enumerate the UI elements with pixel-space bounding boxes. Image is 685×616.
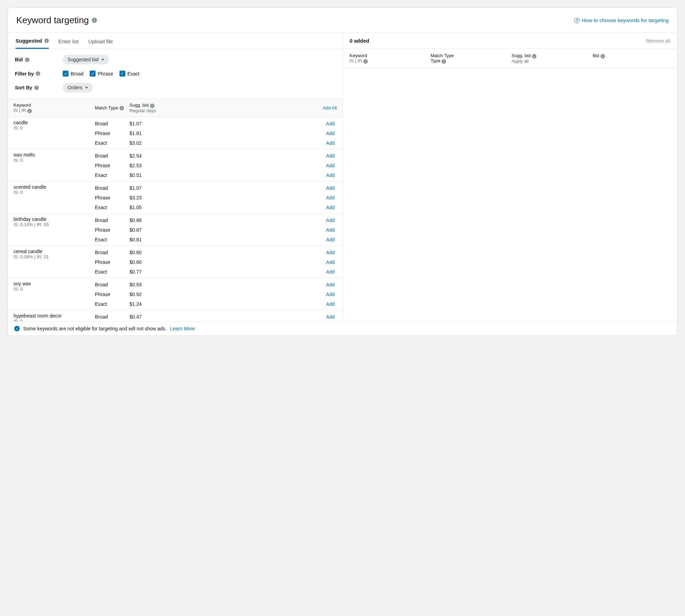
add-cell: Add xyxy=(168,204,337,211)
tab-suggested[interactable]: Suggestedi xyxy=(16,33,49,49)
info-icon[interactable]: i xyxy=(34,86,39,90)
bid-select[interactable]: Suggested bid xyxy=(63,55,109,64)
bid-value: $1.81 xyxy=(130,130,168,137)
add-button[interactable]: Add xyxy=(326,314,335,320)
tab-label: Suggested xyxy=(16,38,42,44)
info-icon[interactable]: i xyxy=(150,104,154,108)
sort-label-text: Sort By xyxy=(15,85,32,90)
info-icon[interactable]: i xyxy=(442,59,446,64)
add-cell: Add xyxy=(168,216,337,224)
bid-value: $0.93 xyxy=(130,281,168,288)
add-button[interactable]: Add xyxy=(326,269,335,275)
info-icon[interactable]: i xyxy=(119,106,124,110)
match-line: Phrase$0.60Add xyxy=(95,258,337,266)
match-type-value: Exact xyxy=(95,204,130,211)
add-button[interactable]: Add xyxy=(326,292,335,297)
col-sugg-sub: Regular days xyxy=(130,108,168,113)
info-icon[interactable]: i xyxy=(601,54,605,59)
filter-phrase[interactable]: ✓Phrase xyxy=(90,71,113,77)
match-line: Exact$1.24Add xyxy=(95,300,337,308)
add-button[interactable]: Add xyxy=(326,237,335,242)
add-button[interactable]: Add xyxy=(326,227,335,233)
apply-all-button[interactable]: Apply all xyxy=(511,59,589,64)
chevron-down-icon xyxy=(85,87,88,89)
info-icon[interactable]: i xyxy=(44,38,49,43)
add-cell: Add xyxy=(168,152,337,160)
tab-upload-file[interactable]: Upload file xyxy=(88,34,113,48)
sort-select[interactable]: Orders xyxy=(63,83,93,92)
left-table-header: Keyword IS | IR i Match Type i Sugg. bid… xyxy=(8,99,342,117)
filter-broad[interactable]: ✓Broad xyxy=(63,71,83,77)
match-type-value: Exact xyxy=(95,268,130,276)
match-type-value: Exact xyxy=(95,171,130,179)
info-icon[interactable]: i xyxy=(27,109,32,113)
keyword-cell: candleIS: 0 xyxy=(14,120,95,131)
add-button[interactable]: Add xyxy=(326,172,335,178)
info-icon: i xyxy=(14,326,20,331)
rcol-sugg-bid-text: Sugg. bid xyxy=(511,53,531,58)
remove-all-button[interactable]: Remove all xyxy=(646,38,670,44)
match-type-value: Broad xyxy=(95,313,130,321)
match-rows: Broad$0.60AddPhrase$0.60AddExact$0.77Add xyxy=(95,249,337,277)
keyword-cell: birthday candleIS: 0.14% | IR: 55 xyxy=(14,216,95,227)
footer-text: Some keywords are not eligible for targe… xyxy=(23,326,167,331)
rcol-keyword-sub-text: IS | IR xyxy=(350,58,362,63)
info-icon[interactable]: i xyxy=(363,59,368,64)
add-button[interactable]: Add xyxy=(326,195,335,200)
help-link-text: How to choose keywords for targeting xyxy=(582,17,669,23)
info-icon[interactable]: i xyxy=(36,71,40,76)
bid-value: $0.51 xyxy=(130,171,168,179)
rcol-keyword-sub: IS | IR i xyxy=(350,58,427,64)
added-count: 0 added xyxy=(350,38,370,44)
two-column-layout: SuggestediEnter listUpload file Bid i Su… xyxy=(8,33,677,321)
checkbox-icon: ✓ xyxy=(119,71,125,77)
add-button[interactable]: Add xyxy=(326,121,335,126)
add-cell: Add xyxy=(168,194,337,202)
add-all-button[interactable]: Add All xyxy=(323,105,337,110)
learn-more-link[interactable]: Learn More xyxy=(170,326,195,331)
add-button[interactable]: Add xyxy=(326,153,335,159)
rcol-match-type-text: Match Type xyxy=(430,53,454,58)
info-icon[interactable]: i xyxy=(25,57,29,62)
match-type-value: Phrase xyxy=(95,226,130,234)
add-button[interactable]: Add xyxy=(326,205,335,210)
bid-value: $1.05 xyxy=(130,204,168,211)
bid-row: Bid i Suggested bid xyxy=(15,55,336,64)
add-cell: Add xyxy=(168,162,337,169)
add-button[interactable]: Add xyxy=(326,282,335,287)
controls: Bid i Suggested bid Filter by i ✓Broad✓P… xyxy=(8,49,342,99)
bid-value: $1.07 xyxy=(130,184,168,192)
match-line: Broad$0.47Add xyxy=(95,313,337,321)
bid-value: $1.24 xyxy=(130,300,168,308)
info-icon[interactable]: i xyxy=(92,18,97,23)
match-type-value: Broad xyxy=(95,184,130,192)
tab-enter-list[interactable]: Enter list xyxy=(59,34,79,48)
help-link[interactable]: ? How to choose keywords for targeting xyxy=(574,17,669,23)
keyword-list[interactable]: candleIS: 0Broad$1.07AddPhrase$1.81AddEx… xyxy=(8,117,342,321)
match-line: Phrase$2.53Add xyxy=(95,162,337,169)
add-button[interactable]: Add xyxy=(326,250,335,255)
bid-value: $0.88 xyxy=(130,216,168,224)
add-button[interactable]: Add xyxy=(326,259,335,265)
match-rows: Broad$0.93AddPhrase$0.92AddExact$1.24Add xyxy=(95,281,337,309)
keyword-meta: IS: 0 xyxy=(14,158,95,163)
add-button[interactable]: Add xyxy=(326,301,335,307)
add-button[interactable]: Add xyxy=(326,140,335,146)
add-button[interactable]: Add xyxy=(326,131,335,136)
filter-row: Filter by i ✓Broad✓Phrase✓Exact xyxy=(15,71,336,77)
add-button[interactable]: Add xyxy=(326,163,335,168)
col-keyword-text: Keyword xyxy=(14,102,95,108)
info-icon[interactable]: i xyxy=(532,54,536,59)
match-line: Exact$1.05Add xyxy=(95,204,337,211)
add-button[interactable]: Add xyxy=(326,217,335,223)
add-button[interactable]: Add xyxy=(326,185,335,191)
keyword-row: wax meltsIS: 0Broad$2.54AddPhrase$2.53Ad… xyxy=(8,149,342,181)
keyword-cell: wax meltsIS: 0 xyxy=(14,152,95,163)
add-cell: Add xyxy=(168,249,337,256)
match-line: Phrase$0.92Add xyxy=(95,291,337,298)
right-pane: 0 added Remove all Keyword IS | IR i Mat… xyxy=(343,33,677,321)
tabs: SuggestediEnter listUpload file xyxy=(8,33,342,49)
match-rows: Broad$0.47AddPhrase$0.47AddExact$0.35Add xyxy=(95,313,337,321)
filter-exact[interactable]: ✓Exact xyxy=(119,71,140,77)
match-line: Broad$1.07Add xyxy=(95,120,337,127)
